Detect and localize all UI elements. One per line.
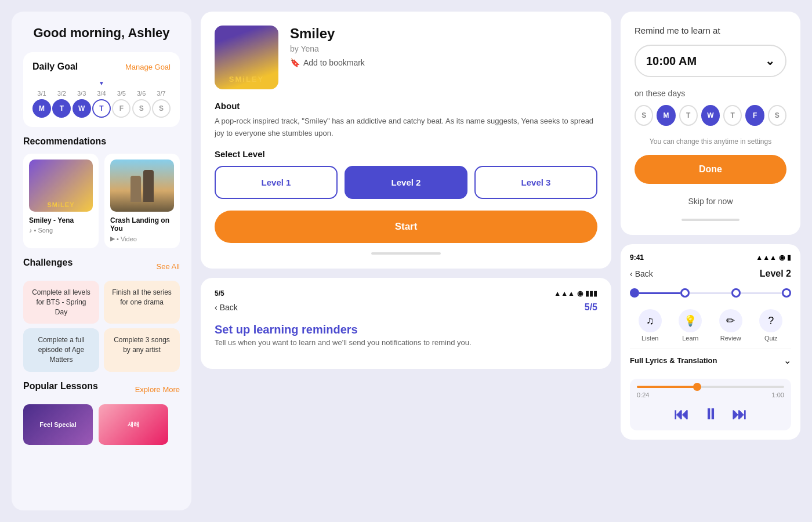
bookmark-button[interactable]: 🔖 Add to bookmark <box>290 58 597 67</box>
rec-card-smiley[interactable]: SMiLEY Smiley - Yena ♪ • Song <box>23 154 99 248</box>
player-controls: ⏮ ⏸ ⏭ <box>637 405 784 423</box>
calendar-row: 3/1 M 3/2 T 3/3 W ▼ 3/4 T 3/5 <box>32 80 171 118</box>
song-title: Smiley <box>290 26 597 42</box>
step-listen[interactable]: ♫ Listen <box>639 309 662 342</box>
level2-time: 9:41 <box>630 253 644 262</box>
song-info: Smiley by Yena 🔖 Add to bookmark <box>290 26 597 89</box>
step-quiz[interactable]: ? Quiz <box>759 309 782 342</box>
left-panel: Good morning, Ashley Daily Goal Manage G… <box>12 12 191 510</box>
start-button[interactable]: Start <box>215 211 597 243</box>
popular-card-saehae[interactable]: 새해 <box>99 404 168 445</box>
lyrics-translation-row[interactable]: Full Lyrics & Translation ⌄ <box>630 349 791 372</box>
popular-lessons-header: Popular Lessons Explore More <box>23 381 180 398</box>
reminder-back-button[interactable]: ‹ Back <box>215 303 238 312</box>
player-current-time: 0:24 <box>637 392 649 398</box>
day-saturday[interactable]: S <box>768 105 786 126</box>
recommendations-section: Recommendations SMiLEY Smiley - Yena ♪ •… <box>23 136 180 248</box>
skip-button[interactable]: Skip for now <box>635 191 786 212</box>
chevron-down-icon: ⌄ <box>765 54 775 68</box>
battery-icon: ▮▮▮ <box>585 289 597 298</box>
level-3-button[interactable]: Level 3 <box>474 166 597 199</box>
day-tuesday[interactable]: T <box>679 105 698 126</box>
phone-status-bar: 5/5 ▲▲▲ ◉ ▮▮▮ <box>215 289 597 302</box>
back-chevron-icon: ‹ <box>215 303 217 312</box>
remind-title: Remind me to learn at <box>635 26 786 35</box>
challenge-card-bts[interactable]: Complete all levels for BTS - Spring Day <box>23 281 99 324</box>
pause-button[interactable]: ⏸ <box>703 405 718 423</box>
player-progress-bar[interactable] <box>637 386 784 388</box>
settings-note: You can change this anytime in settings <box>635 137 786 146</box>
cal-day-5: 3/5 F <box>112 90 130 118</box>
challenges-title: Challenges <box>23 258 72 268</box>
select-level-title: Select Level <box>215 149 597 159</box>
level2-back-label: Back <box>635 269 653 278</box>
reminder-subtitle: Tell us when you want to learn and we'll… <box>215 337 597 349</box>
smiley-cover-image: SMiLEY <box>29 160 93 212</box>
popular-lessons-title: Popular Lessons <box>23 381 98 392</box>
time-value: 10:00 AM <box>646 55 697 68</box>
remind-panel: Remind me to learn at 10:00 AM ⌄ on thes… <box>621 12 800 235</box>
player-total-time: 1:00 <box>772 392 784 398</box>
middle-panels: SMiLEY Smiley by Yena 🔖 Add to bookmark … <box>191 12 621 510</box>
challenges-section: Challenges See All Complete all levels f… <box>23 258 180 372</box>
signal-icon: ▲▲▲ <box>554 289 575 298</box>
day-friday[interactable]: F <box>745 105 764 126</box>
rewind-button[interactable]: ⏮ <box>674 405 689 423</box>
player-progress-thumb[interactable] <box>693 383 701 391</box>
days-row: S M T W T F S <box>635 105 786 126</box>
recommendations-title: Recommendations <box>23 136 180 147</box>
level2-back-button[interactable]: ‹ Back <box>630 269 653 278</box>
step-dot-4 <box>782 288 791 298</box>
rec-card-smiley-type: ♪ • Song <box>29 227 93 234</box>
back-label: Back <box>220 303 238 312</box>
step-dot-3 <box>731 288 741 298</box>
bottom-bar <box>371 252 441 255</box>
cal-day-4: ▼ 3/4 T <box>92 80 111 118</box>
step-learn[interactable]: 💡 Learn <box>679 309 702 342</box>
day-monday[interactable]: M <box>657 105 675 126</box>
level2-title: Level 2 <box>760 269 791 279</box>
on-these-days-title: on these days <box>635 89 786 98</box>
level-buttons: Level 1 Level 2 Level 3 <box>215 166 597 199</box>
fast-forward-button[interactable]: ⏭ <box>732 405 747 423</box>
day-sunday[interactable]: S <box>635 105 653 126</box>
explore-more-button[interactable]: Explore More <box>135 385 180 394</box>
level-2-button[interactable]: Level 2 <box>345 166 467 199</box>
level-1-button[interactable]: Level 1 <box>215 166 338 199</box>
popular-cards-list: Feel Special 새해 <box>23 404 180 445</box>
level2-signal-icon: ▲▲▲ <box>756 253 777 262</box>
song-header: SMiLEY Smiley by Yena 🔖 Add to bookmark <box>215 26 597 89</box>
manage-goal-button[interactable]: Manage Goal <box>125 63 171 71</box>
bottom-indicator <box>215 252 597 255</box>
reminder-title: Set up learning reminders <box>215 322 597 337</box>
daily-goal-title: Daily Goal <box>32 61 78 72</box>
cal-day-1: 3/1 M <box>32 90 51 118</box>
listen-icon: ♫ <box>639 309 662 332</box>
player-bar-section: 0:24 1:00 ⏮ ⏸ ⏭ <box>630 379 791 430</box>
step-line-3 <box>741 292 782 294</box>
level2-player-panel: 9:41 ▲▲▲ ◉ ▮ ‹ Back Level 2 <box>621 244 800 440</box>
step-review[interactable]: ✏ Review <box>719 309 742 342</box>
rec-card-smiley-title: Smiley - Yena <box>29 216 93 224</box>
popular-card-feel-special[interactable]: Feel Special <box>23 404 93 445</box>
step-icons-row: ♫ Listen 💡 Learn ✏ Review ? Quiz <box>630 309 791 342</box>
challenges-header: Challenges See All <box>23 258 180 275</box>
done-button[interactable]: Done <box>635 155 786 184</box>
day-thursday[interactable]: T <box>723 105 742 126</box>
step-line-2 <box>690 292 731 294</box>
challenge-card-songs[interactable]: Complete 3 songs by any artist <box>104 328 180 371</box>
player-times: 0:24 1:00 <box>637 392 784 398</box>
challenge-card-age-matters[interactable]: Complete a full episode of Age Matters <box>23 328 99 371</box>
see-all-button[interactable]: See All <box>157 262 180 271</box>
day-wednesday[interactable]: W <box>701 105 720 126</box>
time-selector[interactable]: 10:00 AM ⌄ <box>635 45 786 77</box>
song-cover-art: SMiLEY <box>215 26 278 89</box>
bookmark-icon: 🔖 <box>290 58 300 67</box>
learn-label: Learn <box>682 335 698 342</box>
rec-card-crash[interactable]: Crash Landing on You ▶ • Video <box>104 154 180 248</box>
challenge-card-drama[interactable]: Finish all the series for one drama <box>104 281 180 324</box>
rec-card-crash-type: ▶ • Video <box>110 235 174 242</box>
learn-icon: 💡 <box>679 309 702 332</box>
song-icon: ♪ <box>29 227 32 234</box>
song-artist: by Yena <box>290 44 597 53</box>
